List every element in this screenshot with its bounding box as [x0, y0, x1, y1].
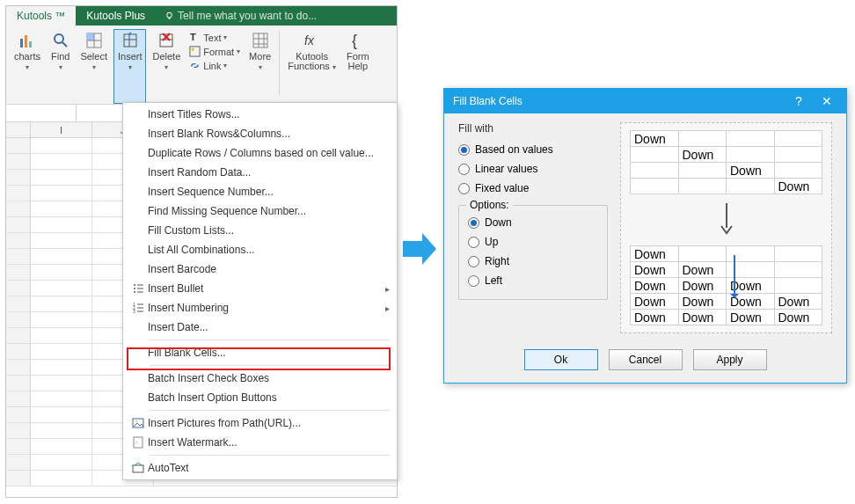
dialog-titlebar[interactable]: Fill Blank Cells ? ✕ — [444, 89, 846, 113]
find-button[interactable]: Find ▾ — [47, 29, 74, 104]
row-header[interactable] — [6, 439, 31, 454]
cell[interactable] — [31, 407, 92, 422]
cell[interactable] — [31, 138, 92, 153]
form-help-button[interactable]: { Form Help — [342, 29, 374, 104]
menu-insert-barcode[interactable]: Insert Barcode — [123, 259, 397, 279]
cell[interactable] — [31, 360, 92, 375]
radio-label: Up — [485, 236, 498, 248]
menu-fill-custom-lists[interactable]: Fill Custom Lists... — [123, 221, 397, 240]
cell[interactable] — [31, 186, 92, 201]
cell[interactable] — [31, 217, 92, 232]
cell[interactable] — [31, 328, 92, 343]
cell[interactable] — [31, 439, 92, 454]
menu-list-all-combinations[interactable]: List All Combinations... — [123, 240, 397, 259]
row-header[interactable] — [6, 201, 31, 216]
row-header[interactable] — [6, 217, 31, 232]
cell[interactable] — [31, 249, 92, 264]
menu-autotext[interactable]: AutoText — [123, 458, 397, 478]
select-button[interactable]: Select ▾ — [76, 29, 112, 104]
row-header[interactable] — [6, 138, 31, 153]
name-box[interactable] — [6, 105, 77, 121]
row-header[interactable] — [6, 233, 31, 248]
menu-insert-bullet[interactable]: Insert Bullet▸ — [123, 279, 397, 298]
menu-insert-random-data[interactable]: Insert Random Data... — [123, 163, 397, 182]
ok-button[interactable]: Ok — [524, 349, 598, 370]
menu-find-missing-sequence[interactable]: Find Missing Sequence Number... — [123, 201, 397, 221]
row-header[interactable] — [6, 376, 31, 391]
row-header[interactable] — [6, 391, 31, 406]
menu-separator — [150, 340, 390, 340]
preview-before-table: Down Down Down Down — [630, 130, 822, 194]
menu-insert-numbering[interactable]: 123 Insert Numbering▸ — [123, 298, 397, 318]
row-header[interactable] — [6, 344, 31, 359]
row-header[interactable] — [6, 296, 31, 311]
cell[interactable] — [31, 296, 92, 311]
radio-fixed-value[interactable]: Fixed value — [458, 179, 608, 198]
tab-kutools[interactable]: Kutools ™ — [6, 6, 76, 26]
cell[interactable] — [31, 391, 92, 406]
menu-batch-insert-option-buttons[interactable]: Batch Insert Option Buttons — [123, 388, 397, 407]
menu-insert-watermark[interactable]: A Insert Watermark... — [123, 433, 397, 452]
col-header-i[interactable]: I — [31, 122, 92, 137]
close-button[interactable]: ✕ — [813, 94, 841, 108]
separator — [279, 31, 280, 95]
menu-duplicate-rows-cols[interactable]: Duplicate Rows / Columns based on cell v… — [123, 143, 397, 163]
picture-icon — [128, 417, 148, 429]
cell[interactable] — [31, 312, 92, 327]
radio-linear-values[interactable]: Linear values — [458, 159, 608, 179]
cell[interactable] — [31, 455, 92, 470]
cell[interactable] — [31, 471, 92, 486]
row-header[interactable] — [6, 154, 31, 169]
delete-button[interactable]: Delete ▾ — [148, 29, 185, 104]
dialog-title: Fill Blank Cells — [453, 95, 785, 107]
link-button[interactable]: Link▾ — [186, 59, 243, 72]
kutools-functions-button[interactable]: fx Kutools Functions ▾ — [283, 29, 340, 104]
row-header[interactable] — [6, 360, 31, 375]
menu-insert-sequence-number[interactable]: Insert Sequence Number... — [123, 182, 397, 201]
cell[interactable] — [31, 344, 92, 359]
help-button[interactable]: ? — [785, 94, 813, 108]
cell[interactable] — [31, 281, 92, 296]
cell[interactable] — [31, 233, 92, 248]
cell[interactable] — [31, 423, 92, 438]
radio-right[interactable]: Right — [468, 252, 598, 271]
row-header[interactable] — [6, 423, 31, 438]
row-header[interactable] — [6, 312, 31, 327]
cell[interactable] — [31, 154, 92, 169]
row-header[interactable] — [6, 186, 31, 201]
radio-down[interactable]: Down — [468, 213, 598, 232]
menu-insert-date[interactable]: Insert Date... — [123, 318, 397, 337]
radio-up[interactable]: Up — [468, 232, 598, 252]
more-button[interactable]: More ▾ — [245, 29, 275, 104]
menu-insert-blank-rows-cols[interactable]: Insert Blank Rows&Columns... — [123, 124, 397, 143]
radio-based-on-values[interactable]: Based on values — [458, 140, 608, 159]
tell-me-search[interactable]: Tell me what you want to do... — [156, 10, 317, 22]
menu-fill-blank-cells[interactable]: Fill Blank Cells... — [123, 343, 397, 362]
select-all-corner[interactable] — [6, 122, 31, 137]
apply-button[interactable]: Apply — [693, 349, 767, 370]
svg-point-32 — [134, 291, 135, 293]
text-button[interactable]: T Text▾ — [186, 31, 243, 44]
insert-button[interactable]: Insert ▾ — [113, 29, 147, 104]
radio-left[interactable]: Left — [468, 271, 598, 290]
cancel-button[interactable]: Cancel — [609, 349, 683, 370]
row-header[interactable] — [6, 328, 31, 343]
cell[interactable] — [31, 265, 92, 280]
row-header[interactable] — [6, 170, 31, 185]
format-label: Format — [203, 47, 234, 57]
row-header[interactable] — [6, 455, 31, 470]
row-header[interactable] — [6, 471, 31, 486]
row-header[interactable] — [6, 281, 31, 296]
format-button[interactable]: Format▾ — [186, 45, 243, 58]
menu-insert-titles-rows[interactable]: Insert Titles Rows... — [123, 105, 397, 124]
tab-kutools-plus[interactable]: Kutools Plus — [76, 6, 156, 26]
menu-batch-insert-checkboxes[interactable]: Batch Insert Check Boxes — [123, 369, 397, 388]
menu-insert-pictures-url[interactable]: Insert Pictures from Path(URL)... — [123, 413, 397, 433]
row-header[interactable] — [6, 407, 31, 422]
row-header[interactable] — [6, 265, 31, 280]
row-header[interactable] — [6, 249, 31, 264]
cell[interactable] — [31, 170, 92, 185]
cell[interactable] — [31, 376, 92, 391]
charts-button[interactable]: charts ▾ — [10, 29, 45, 104]
cell[interactable] — [31, 201, 92, 216]
